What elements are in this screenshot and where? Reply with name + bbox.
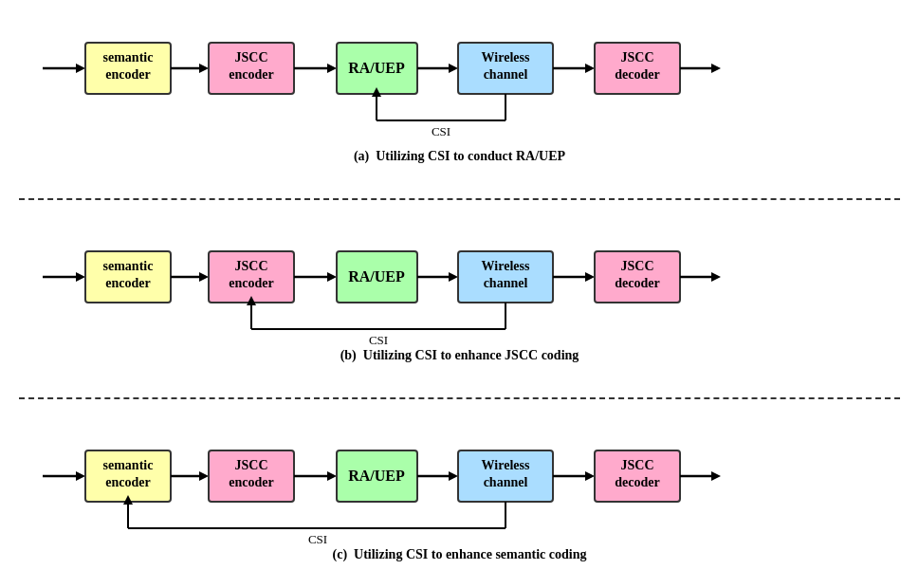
diagram-a-svg: semantic encoder JSCC encoder RA/UEP Wir… xyxy=(33,26,887,149)
svg-text:channel: channel xyxy=(483,475,527,489)
svg-text:encoder: encoder xyxy=(105,276,150,290)
svg-marker-15 xyxy=(449,64,458,73)
svg-marker-46 xyxy=(449,272,458,282)
svg-text:encoder: encoder xyxy=(105,475,150,489)
diagram-a: semantic encoder JSCC encoder RA/UEP Wir… xyxy=(19,26,900,164)
svg-marker-77 xyxy=(449,471,458,481)
svg-text:Wireless: Wireless xyxy=(481,458,529,472)
svg-marker-87 xyxy=(711,471,721,481)
svg-text:channel: channel xyxy=(483,276,527,290)
svg-text:JSCC: JSCC xyxy=(234,458,267,472)
svg-text:decoder: decoder xyxy=(615,276,659,290)
svg-marker-63 xyxy=(76,471,85,481)
svg-text:Wireless: Wireless xyxy=(481,259,529,273)
diagram-c: semantic encoder JSCC encoder RA/UEP Wir… xyxy=(19,433,900,562)
divider-2 xyxy=(19,397,900,399)
svg-text:JSCC: JSCC xyxy=(620,458,653,472)
svg-text:encoder: encoder xyxy=(229,276,273,290)
svg-text:JSCC: JSCC xyxy=(234,50,267,64)
svg-text:RA/UEP: RA/UEP xyxy=(348,468,405,484)
svg-marker-68 xyxy=(199,471,209,481)
diagram-b-svg: semantic encoder JSCC encoder RA/UEP Wir… xyxy=(33,234,887,348)
svg-text:RA/UEP: RA/UEP xyxy=(348,60,405,76)
svg-marker-56 xyxy=(711,272,721,282)
svg-marker-1 xyxy=(76,64,85,73)
svg-marker-37 xyxy=(199,272,209,282)
svg-text:RA/UEP: RA/UEP xyxy=(348,268,405,285)
divider-1 xyxy=(19,198,900,200)
svg-text:JSCC: JSCC xyxy=(234,259,267,273)
svg-text:CSI: CSI xyxy=(307,532,326,546)
svg-text:channel: channel xyxy=(483,67,527,82)
svg-marker-51 xyxy=(585,272,595,282)
svg-text:semantic: semantic xyxy=(102,259,153,273)
svg-text:JSCC: JSCC xyxy=(620,50,653,64)
svg-text:decoder: decoder xyxy=(615,67,659,82)
svg-text:encoder: encoder xyxy=(229,475,273,489)
diagram-b: semantic encoder JSCC encoder RA/UEP Wir… xyxy=(19,234,900,363)
diagram-c-svg: semantic encoder JSCC encoder RA/UEP Wir… xyxy=(33,433,887,547)
svg-marker-42 xyxy=(327,272,337,282)
svg-text:Wireless: Wireless xyxy=(481,50,529,64)
svg-text:encoder: encoder xyxy=(229,67,273,82)
svg-marker-6 xyxy=(199,64,209,73)
svg-marker-32 xyxy=(76,272,85,282)
svg-text:CSI: CSI xyxy=(431,124,450,138)
svg-text:JSCC: JSCC xyxy=(620,259,653,273)
svg-marker-11 xyxy=(327,64,337,73)
caption-a: (a) Utilizing CSI to conduct RA/UEP xyxy=(354,149,565,164)
svg-text:decoder: decoder xyxy=(615,475,659,489)
svg-text:CSI: CSI xyxy=(368,333,387,347)
svg-text:encoder: encoder xyxy=(105,67,150,82)
svg-text:semantic: semantic xyxy=(102,458,153,472)
svg-marker-73 xyxy=(327,471,337,481)
svg-text:semantic: semantic xyxy=(102,50,153,64)
caption-b: (b) Utilizing CSI to enhance JSCC coding xyxy=(340,348,579,363)
svg-marker-20 xyxy=(585,64,595,73)
svg-marker-25 xyxy=(711,64,721,73)
svg-marker-82 xyxy=(585,471,595,481)
caption-c: (c) Utilizing CSI to enhance semantic co… xyxy=(333,547,587,562)
